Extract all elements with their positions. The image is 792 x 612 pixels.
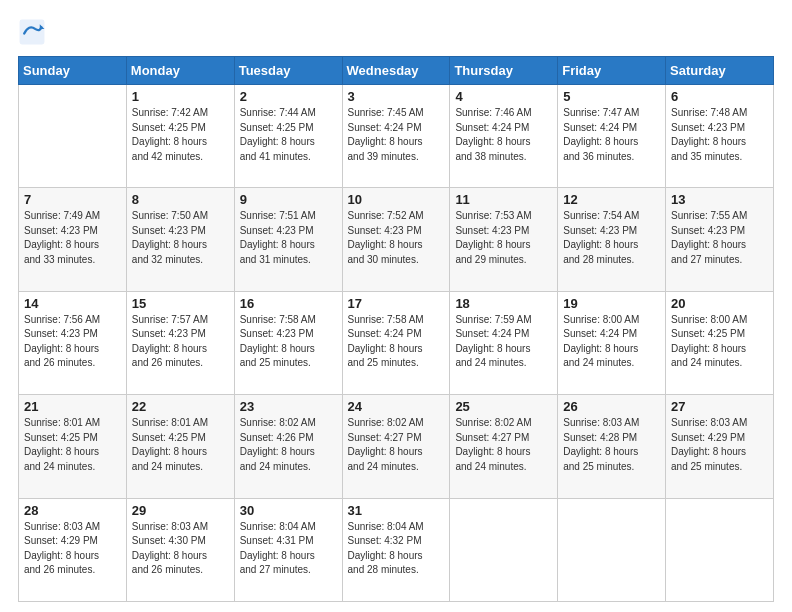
calendar-header: SundayMondayTuesdayWednesdayThursdayFrid… [19,57,774,85]
day-info: Sunrise: 8:02 AM Sunset: 4:27 PM Dayligh… [455,416,552,474]
calendar-cell: 11Sunrise: 7:53 AM Sunset: 4:23 PM Dayli… [450,188,558,291]
day-number: 14 [24,296,121,311]
calendar-cell [450,498,558,601]
calendar-cell: 17Sunrise: 7:58 AM Sunset: 4:24 PM Dayli… [342,291,450,394]
calendar-cell: 12Sunrise: 7:54 AM Sunset: 4:23 PM Dayli… [558,188,666,291]
day-number: 19 [563,296,660,311]
day-number: 29 [132,503,229,518]
weekday-row: SundayMondayTuesdayWednesdayThursdayFrid… [19,57,774,85]
calendar-cell: 24Sunrise: 8:02 AM Sunset: 4:27 PM Dayli… [342,395,450,498]
weekday-header-thursday: Thursday [450,57,558,85]
calendar-cell: 2Sunrise: 7:44 AM Sunset: 4:25 PM Daylig… [234,85,342,188]
day-number: 30 [240,503,337,518]
svg-rect-0 [20,20,45,45]
weekday-header-tuesday: Tuesday [234,57,342,85]
calendar-cell: 30Sunrise: 8:04 AM Sunset: 4:31 PM Dayli… [234,498,342,601]
calendar-body: 1Sunrise: 7:42 AM Sunset: 4:25 PM Daylig… [19,85,774,602]
day-number: 15 [132,296,229,311]
day-info: Sunrise: 7:48 AM Sunset: 4:23 PM Dayligh… [671,106,768,164]
day-number: 26 [563,399,660,414]
day-info: Sunrise: 7:57 AM Sunset: 4:23 PM Dayligh… [132,313,229,371]
calendar-cell [666,498,774,601]
day-info: Sunrise: 7:46 AM Sunset: 4:24 PM Dayligh… [455,106,552,164]
calendar-cell: 20Sunrise: 8:00 AM Sunset: 4:25 PM Dayli… [666,291,774,394]
day-info: Sunrise: 8:01 AM Sunset: 4:25 PM Dayligh… [132,416,229,474]
calendar-week-3: 14Sunrise: 7:56 AM Sunset: 4:23 PM Dayli… [19,291,774,394]
day-number: 31 [348,503,445,518]
calendar-cell [19,85,127,188]
calendar-table: SundayMondayTuesdayWednesdayThursdayFrid… [18,56,774,602]
calendar-cell: 25Sunrise: 8:02 AM Sunset: 4:27 PM Dayli… [450,395,558,498]
day-number: 4 [455,89,552,104]
day-info: Sunrise: 7:44 AM Sunset: 4:25 PM Dayligh… [240,106,337,164]
calendar-cell: 27Sunrise: 8:03 AM Sunset: 4:29 PM Dayli… [666,395,774,498]
calendar-cell: 9Sunrise: 7:51 AM Sunset: 4:23 PM Daylig… [234,188,342,291]
day-number: 24 [348,399,445,414]
day-info: Sunrise: 7:58 AM Sunset: 4:24 PM Dayligh… [348,313,445,371]
calendar-week-1: 1Sunrise: 7:42 AM Sunset: 4:25 PM Daylig… [19,85,774,188]
weekday-header-saturday: Saturday [666,57,774,85]
day-info: Sunrise: 7:58 AM Sunset: 4:23 PM Dayligh… [240,313,337,371]
day-info: Sunrise: 8:04 AM Sunset: 4:31 PM Dayligh… [240,520,337,578]
calendar-cell: 6Sunrise: 7:48 AM Sunset: 4:23 PM Daylig… [666,85,774,188]
day-info: Sunrise: 8:03 AM Sunset: 4:28 PM Dayligh… [563,416,660,474]
day-info: Sunrise: 7:51 AM Sunset: 4:23 PM Dayligh… [240,209,337,267]
day-number: 11 [455,192,552,207]
day-info: Sunrise: 8:03 AM Sunset: 4:29 PM Dayligh… [24,520,121,578]
calendar-cell: 16Sunrise: 7:58 AM Sunset: 4:23 PM Dayli… [234,291,342,394]
day-number: 2 [240,89,337,104]
day-number: 12 [563,192,660,207]
day-info: Sunrise: 7:59 AM Sunset: 4:24 PM Dayligh… [455,313,552,371]
day-number: 20 [671,296,768,311]
day-info: Sunrise: 7:53 AM Sunset: 4:23 PM Dayligh… [455,209,552,267]
calendar-cell: 10Sunrise: 7:52 AM Sunset: 4:23 PM Dayli… [342,188,450,291]
day-number: 28 [24,503,121,518]
day-number: 16 [240,296,337,311]
day-info: Sunrise: 7:49 AM Sunset: 4:23 PM Dayligh… [24,209,121,267]
calendar-cell: 28Sunrise: 8:03 AM Sunset: 4:29 PM Dayli… [19,498,127,601]
logo [18,18,50,46]
calendar-week-5: 28Sunrise: 8:03 AM Sunset: 4:29 PM Dayli… [19,498,774,601]
day-number: 8 [132,192,229,207]
day-number: 23 [240,399,337,414]
day-number: 22 [132,399,229,414]
day-info: Sunrise: 8:04 AM Sunset: 4:32 PM Dayligh… [348,520,445,578]
day-number: 18 [455,296,552,311]
weekday-header-friday: Friday [558,57,666,85]
day-info: Sunrise: 8:03 AM Sunset: 4:30 PM Dayligh… [132,520,229,578]
calendar-cell: 4Sunrise: 7:46 AM Sunset: 4:24 PM Daylig… [450,85,558,188]
calendar-cell: 5Sunrise: 7:47 AM Sunset: 4:24 PM Daylig… [558,85,666,188]
day-info: Sunrise: 7:54 AM Sunset: 4:23 PM Dayligh… [563,209,660,267]
day-info: Sunrise: 7:52 AM Sunset: 4:23 PM Dayligh… [348,209,445,267]
calendar-cell: 22Sunrise: 8:01 AM Sunset: 4:25 PM Dayli… [126,395,234,498]
day-info: Sunrise: 8:02 AM Sunset: 4:26 PM Dayligh… [240,416,337,474]
day-number: 13 [671,192,768,207]
day-number: 3 [348,89,445,104]
day-number: 10 [348,192,445,207]
calendar-cell: 19Sunrise: 8:00 AM Sunset: 4:24 PM Dayli… [558,291,666,394]
logo-icon [18,18,46,46]
day-number: 1 [132,89,229,104]
day-info: Sunrise: 8:00 AM Sunset: 4:24 PM Dayligh… [563,313,660,371]
calendar-week-4: 21Sunrise: 8:01 AM Sunset: 4:25 PM Dayli… [19,395,774,498]
page: SundayMondayTuesdayWednesdayThursdayFrid… [0,0,792,612]
day-info: Sunrise: 8:01 AM Sunset: 4:25 PM Dayligh… [24,416,121,474]
calendar-cell: 18Sunrise: 7:59 AM Sunset: 4:24 PM Dayli… [450,291,558,394]
day-number: 21 [24,399,121,414]
day-number: 6 [671,89,768,104]
day-info: Sunrise: 7:55 AM Sunset: 4:23 PM Dayligh… [671,209,768,267]
day-info: Sunrise: 8:03 AM Sunset: 4:29 PM Dayligh… [671,416,768,474]
calendar-cell: 23Sunrise: 8:02 AM Sunset: 4:26 PM Dayli… [234,395,342,498]
day-info: Sunrise: 7:56 AM Sunset: 4:23 PM Dayligh… [24,313,121,371]
day-info: Sunrise: 7:42 AM Sunset: 4:25 PM Dayligh… [132,106,229,164]
day-number: 5 [563,89,660,104]
calendar-cell: 7Sunrise: 7:49 AM Sunset: 4:23 PM Daylig… [19,188,127,291]
calendar-week-2: 7Sunrise: 7:49 AM Sunset: 4:23 PM Daylig… [19,188,774,291]
calendar-cell: 3Sunrise: 7:45 AM Sunset: 4:24 PM Daylig… [342,85,450,188]
day-info: Sunrise: 7:45 AM Sunset: 4:24 PM Dayligh… [348,106,445,164]
calendar-cell: 1Sunrise: 7:42 AM Sunset: 4:25 PM Daylig… [126,85,234,188]
calendar-cell: 15Sunrise: 7:57 AM Sunset: 4:23 PM Dayli… [126,291,234,394]
day-number: 9 [240,192,337,207]
calendar-cell: 13Sunrise: 7:55 AM Sunset: 4:23 PM Dayli… [666,188,774,291]
day-info: Sunrise: 8:02 AM Sunset: 4:27 PM Dayligh… [348,416,445,474]
